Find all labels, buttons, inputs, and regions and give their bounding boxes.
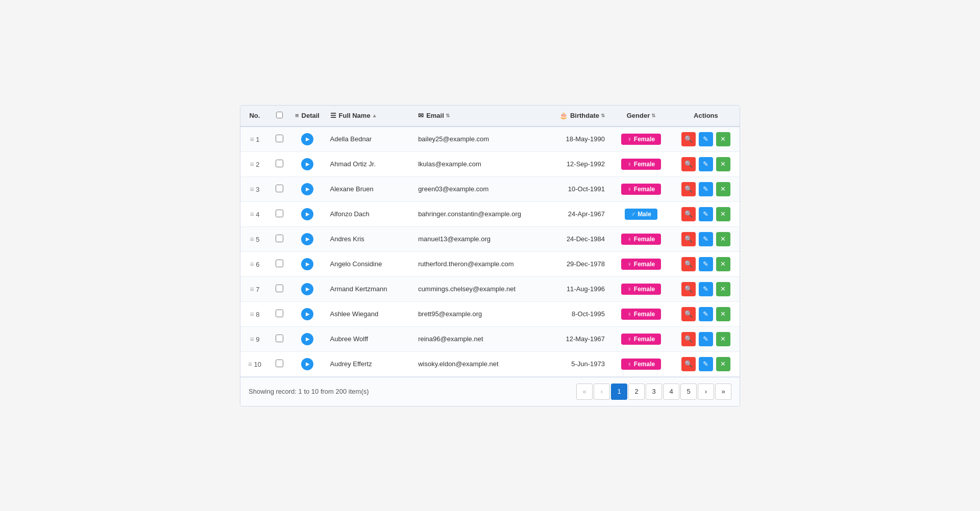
edit-button[interactable]: ✎ [699,232,713,246]
cell-email: bailey25@example.com [413,126,543,152]
detail-button[interactable] [301,233,313,245]
row-checkbox[interactable] [276,135,283,142]
detail-button[interactable] [301,283,313,295]
edit-button[interactable]: ✎ [699,207,713,221]
drag-handle-icon: ≡ [250,285,254,293]
col-no-label: No. [249,112,260,119]
col-header-gender[interactable]: Gender ⇅ [610,106,672,126]
table-row: ≡ 10 Audrey Effertz wisoky.eldon@example… [240,351,740,376]
cell-email: reina96@example.net [413,326,543,351]
delete-button[interactable]: ✕ [716,182,730,196]
delete-button[interactable]: ✕ [716,357,730,371]
pagination-page-5[interactable]: 5 [680,384,697,400]
col-header-name[interactable]: ☰ Full Name ▲ [325,106,413,126]
cell-detail[interactable] [289,301,325,326]
cell-detail[interactable] [289,176,325,201]
row-checkbox[interactable] [276,310,283,317]
detail-button[interactable] [301,133,313,145]
cell-check[interactable] [269,176,290,201]
cell-actions: 🔍 ✎ ✕ [672,351,740,376]
cell-check[interactable] [269,301,290,326]
edit-button[interactable]: ✎ [699,282,713,296]
view-button[interactable]: 🔍 [681,282,696,296]
cell-check[interactable] [269,251,290,276]
gender-icon: ♀ [627,236,632,243]
cell-check[interactable] [269,326,290,351]
cell-birthdate: 8-Oct-1995 [543,301,610,326]
col-header-email[interactable]: ✉ Email ⇅ [413,106,543,126]
view-button[interactable]: 🔍 [681,157,696,171]
cell-check[interactable] [269,276,290,301]
detail-button[interactable] [301,158,313,170]
view-button[interactable]: 🔍 [681,207,696,221]
delete-button[interactable]: ✕ [716,157,730,171]
row-checkbox[interactable] [276,285,283,292]
pagination-page-1[interactable]: 1 [611,384,627,400]
view-button[interactable]: 🔍 [681,132,696,146]
cell-detail[interactable] [289,251,325,276]
delete-button[interactable]: ✕ [716,207,730,221]
delete-button[interactable]: ✕ [716,332,730,346]
detail-button[interactable] [301,208,313,220]
detail-button[interactable] [301,358,313,370]
view-button[interactable]: 🔍 [681,332,696,346]
cell-check[interactable] [269,226,290,251]
cell-detail[interactable] [289,351,325,376]
edit-button[interactable]: ✎ [699,132,713,146]
row-number: 4 [256,211,259,218]
detail-button[interactable] [301,333,313,345]
edit-button[interactable]: ✎ [699,307,713,321]
edit-button[interactable]: ✎ [699,157,713,171]
cell-gender: ♀ Female [610,251,672,276]
view-button[interactable]: 🔍 [681,257,696,271]
col-actions-label: Actions [694,112,718,119]
view-button[interactable]: 🔍 [681,182,696,196]
row-checkbox[interactable] [276,335,283,342]
pagination-page-2[interactable]: 2 [628,384,645,400]
col-header-birthdate[interactable]: 🎂 Birthdate ⇅ [543,106,610,126]
cell-detail[interactable] [289,326,325,351]
row-checkbox[interactable] [276,360,283,367]
view-button[interactable]: 🔍 [681,357,696,371]
view-button[interactable]: 🔍 [681,307,696,321]
detail-button[interactable] [301,183,313,195]
detail-button[interactable] [301,308,313,320]
delete-button[interactable]: ✕ [716,282,730,296]
select-all-checkbox[interactable] [276,112,283,118]
pagination-page-3[interactable]: 3 [646,384,662,400]
edit-button[interactable]: ✎ [699,357,713,371]
row-checkbox[interactable] [276,210,283,217]
pagination-last[interactable]: » [715,384,731,400]
view-button[interactable]: 🔍 [681,232,696,246]
cell-detail[interactable] [289,126,325,152]
edit-button[interactable]: ✎ [699,332,713,346]
row-checkbox[interactable] [276,185,283,192]
edit-button[interactable]: ✎ [699,182,713,196]
cell-detail[interactable] [289,226,325,251]
row-checkbox[interactable] [276,160,283,167]
drag-handle-icon: ≡ [250,310,254,318]
cell-check[interactable] [269,151,290,176]
cell-check[interactable] [269,351,290,376]
pagination-next[interactable]: › [698,384,714,400]
delete-button[interactable]: ✕ [716,232,730,246]
row-checkbox[interactable] [276,235,283,242]
cell-check[interactable] [269,126,290,152]
edit-button[interactable]: ✎ [699,257,713,271]
cell-detail[interactable] [289,151,325,176]
delete-button[interactable]: ✕ [716,257,730,271]
cell-check[interactable] [269,201,290,226]
pagination-first[interactable]: « [576,384,593,400]
delete-button[interactable]: ✕ [716,307,730,321]
row-checkbox[interactable] [276,260,283,267]
cell-actions: 🔍 ✎ ✕ [672,301,740,326]
cell-detail[interactable] [289,201,325,226]
cell-birthdate: 12-May-1967 [543,326,610,351]
drag-handle-icon: ≡ [248,360,252,368]
cell-detail[interactable] [289,276,325,301]
delete-button[interactable]: ✕ [716,132,730,146]
col-header-check[interactable] [269,106,290,126]
pagination-prev[interactable]: ‹ [594,384,610,400]
pagination-page-4[interactable]: 4 [663,384,679,400]
detail-button[interactable] [301,258,313,270]
